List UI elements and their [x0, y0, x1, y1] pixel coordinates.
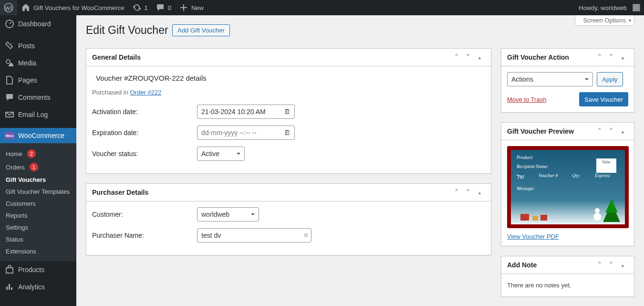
panel-move-up[interactable] — [594, 256, 605, 274]
submenu-orders[interactable]: Orders1 — [0, 160, 76, 174]
general-details-panel: General Details Voucher #ZROUQVOR-222 de… — [86, 48, 491, 174]
panel-move-up[interactable] — [451, 184, 462, 201]
screen-options-toggle[interactable]: Screen Options — [575, 15, 634, 26]
purchased-in-line: Purchased in Order #222 — [92, 89, 485, 96]
submenu-status[interactable]: Status — [0, 233, 76, 245]
purchaser-name-input[interactable] — [197, 228, 312, 243]
comments-count: 0 — [168, 4, 171, 11]
svg-point-3 — [6, 60, 10, 63]
menu-pages[interactable]: Pages — [0, 72, 76, 89]
panel-move-down[interactable] — [462, 49, 474, 66]
customer-label: Customer: — [92, 211, 197, 218]
voucher-status-label: Voucher status: — [92, 150, 197, 158]
submenu-extensions[interactable]: Extensions — [0, 245, 76, 257]
purchaser-details-heading: Purchaser Details — [92, 184, 148, 201]
submenu-customers[interactable]: Customers — [0, 198, 76, 210]
woo-icon: Woo — [5, 132, 14, 139]
menu-dashboard[interactable]: Dashboard — [0, 15, 76, 32]
menu-woocommerce[interactable]: WooWooCommerce — [0, 128, 76, 143]
voucher-code-title: Voucher #ZROUQVOR-222 details — [92, 72, 485, 89]
notes-empty-text: There are no notes yet. — [507, 280, 628, 291]
note-panel-heading: Add Note — [507, 256, 537, 274]
voucher-status-select[interactable]: Active — [197, 147, 245, 161]
menu-products[interactable]: Products — [0, 261, 76, 278]
order-link[interactable]: Order #222 — [130, 89, 162, 96]
panel-move-down[interactable] — [605, 256, 617, 274]
purchaser-name-label: Purchaser Name: — [92, 232, 197, 239]
customer-select[interactable]: worldweb — [197, 207, 259, 222]
site-name[interactable]: Gift Vouchers for WooCommerce — [17, 0, 128, 15]
new-content[interactable]: New — [175, 0, 208, 15]
add-note-panel: Add Note There are no notes yet. — [501, 256, 634, 297]
actions-select[interactable]: Actions — [507, 72, 593, 86]
updates[interactable]: 1 — [128, 0, 152, 15]
contact-icon: ⎚ — [304, 232, 308, 238]
menu-analytics[interactable]: Analytics — [0, 278, 76, 295]
page-title: Edit Gift Voucher — [86, 20, 168, 39]
preview-panel-heading: Gift Voucher Preview — [507, 123, 574, 140]
panel-move-down[interactable] — [605, 49, 617, 66]
purchaser-details-panel: Purchaser Details Customer: worldweb — [86, 183, 491, 255]
wp-logo[interactable] — [0, 0, 17, 15]
submenu-home[interactable]: Home2 — [0, 147, 76, 160]
panel-toggle[interactable] — [474, 49, 485, 66]
panel-move-down[interactable] — [462, 184, 474, 201]
activation-date-input[interactable]: 21-03-2024 10:20 AM🗓 — [197, 105, 295, 119]
menu-email-log[interactable]: Email Log — [0, 106, 76, 123]
panel-toggle[interactable] — [617, 49, 628, 66]
panel-move-down[interactable] — [605, 123, 617, 140]
site-name-label: Gift Vouchers for WooCommerce — [33, 4, 125, 11]
general-details-heading: General Details — [92, 49, 141, 66]
menu-comments[interactable]: Comments — [0, 89, 76, 106]
submenu-settings[interactable]: Settings — [0, 222, 76, 233]
panel-move-up[interactable] — [594, 49, 605, 66]
calendar-icon: 🗓 — [284, 129, 291, 137]
apply-button[interactable]: Apply — [597, 72, 623, 86]
panel-toggle[interactable] — [617, 123, 628, 140]
menu-posts[interactable]: Posts — [0, 37, 76, 54]
calendar-icon: 🗓 — [284, 108, 291, 116]
gift-voucher-preview-panel: Gift Voucher Preview Product: — [501, 122, 634, 246]
my-account[interactable]: Howdy, worldweb — [575, 0, 644, 15]
activation-date-label: Activation date: — [92, 108, 197, 116]
expiration-date-input[interactable]: dd-mm-yyyy --:-- --🗓 — [197, 126, 295, 140]
submenu-reports[interactable]: Reports — [0, 210, 76, 222]
gift-voucher-action-panel: Gift Voucher Action Actions Apply — [501, 48, 634, 113]
view-voucher-pdf-link[interactable]: View Voucher PDF — [507, 233, 559, 240]
voucher-preview-image: Product: Recipient Name: שלVoucher # Qty… — [507, 146, 629, 228]
menu-media[interactable]: Media — [0, 54, 76, 72]
save-voucher-button[interactable]: Save Voucher — [579, 92, 628, 106]
action-panel-heading: Gift Voucher Action — [507, 49, 569, 66]
howdy-text: Howdy, worldweb — [579, 4, 627, 11]
submenu-gift-voucher-templates[interactable]: Gift Voucher Templates — [0, 186, 76, 198]
move-to-trash-link[interactable]: Move to Trash — [507, 96, 546, 103]
updates-count: 1 — [145, 4, 148, 11]
svg-point-2 — [11, 43, 12, 44]
new-label: New — [191, 4, 204, 11]
comments[interactable]: 0 — [152, 0, 175, 15]
expiration-date-label: Expiration date: — [92, 129, 197, 137]
panel-move-up[interactable] — [451, 49, 462, 66]
panel-toggle[interactable] — [474, 184, 485, 201]
avatar — [633, 4, 640, 11]
panel-move-up[interactable] — [594, 123, 605, 140]
submenu-gift-vouchers[interactable]: Gift Vouchers — [0, 174, 76, 186]
add-gift-voucher-button[interactable]: Add Gift Voucher — [172, 24, 229, 36]
panel-toggle[interactable] — [617, 256, 628, 274]
